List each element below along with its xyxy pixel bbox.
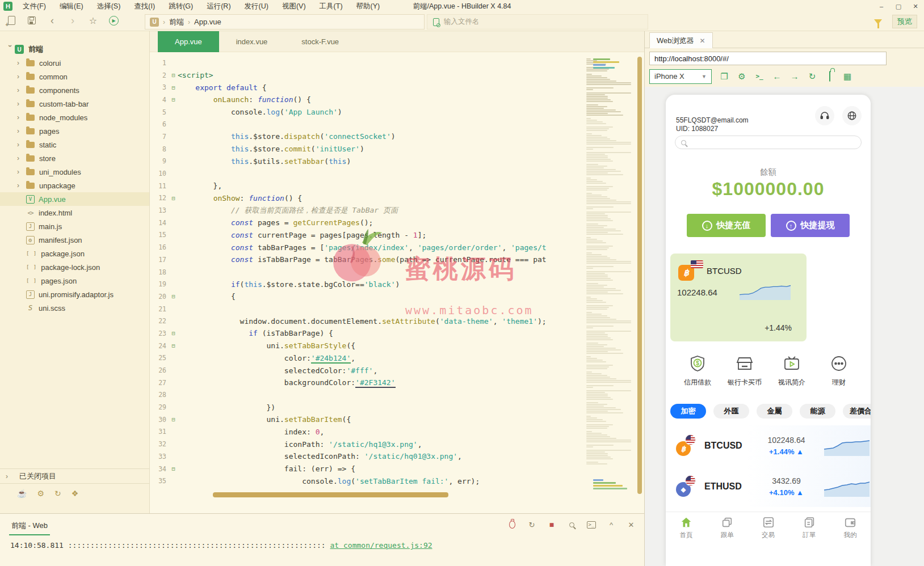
folder-item[interactable]: › unpackage (0, 179, 149, 192)
settings-gear-icon[interactable]: ⚙ (737, 71, 747, 82)
sidebar-tool-icon[interactable]: ⚙ (37, 489, 44, 498)
run-icon[interactable]: ▶ (108, 15, 119, 26)
code-line[interactable]: 23⊟ if (isTabBarPage) { (152, 327, 585, 340)
file-item[interactable]: J uni.promisify.adaptor.js (0, 288, 149, 301)
chevron-right-icon[interactable]: › (17, 73, 26, 81)
log-source-link[interactable]: at common/request.js:92 (330, 541, 432, 550)
code-line[interactable]: 13 // 获取当前页面路径，检查是否是 TabBar 页面 (152, 204, 585, 217)
category-pill[interactable]: 加密 (670, 404, 706, 419)
menu-item[interactable]: 视图(V) (276, 1, 312, 12)
editor-tab[interactable]: stock-F.vue (284, 31, 356, 52)
folder-item[interactable]: › node_modules (0, 111, 149, 124)
menu-item[interactable]: 跳转(G) (163, 1, 199, 12)
menu-item[interactable]: 编辑(E) (54, 1, 89, 12)
code-line[interactable]: 21 (152, 303, 585, 315)
tab-trade[interactable]: 交易 (747, 512, 788, 543)
folder-item[interactable]: › custom-tab-bar (0, 97, 149, 111)
file-item[interactable]: [ ] package-lock.json (0, 260, 149, 274)
code-line[interactable]: 30⊟ uni.setTabBarItem({ (152, 413, 585, 426)
category-pill[interactable]: 能源 (800, 404, 835, 419)
code-line[interactable]: 34⊟ fail: (err) => { (152, 463, 585, 475)
file-item[interactable]: <> index.html (0, 206, 149, 219)
new-file-icon[interactable] (6, 15, 17, 26)
menu-item[interactable]: 发行(U) (239, 1, 274, 12)
language-globe-icon[interactable] (842, 106, 862, 125)
console-search-icon[interactable] (566, 519, 577, 530)
window-control-button[interactable]: ✕ (907, 0, 924, 12)
refresh-icon[interactable]: ↻ (807, 71, 817, 82)
customer-service-headset-icon[interactable] (815, 106, 834, 125)
code-line[interactable]: 35 console.log('setTabBarItem fail:', er… (152, 475, 585, 487)
file-item[interactable]: S uni.scss (0, 301, 149, 315)
chevron-right-icon[interactable]: › (17, 141, 26, 149)
category-pill[interactable]: 差價合 (843, 404, 871, 419)
code-area[interactable]: 12⊟<script>3⊟ export default {4⊟ onLaunc… (152, 57, 585, 496)
sidebar-tool-icon[interactable]: ☕ (17, 489, 27, 498)
project-root-item[interactable]: › U 前端 (0, 43, 149, 56)
code-line[interactable]: 33 selectedIconPath: '/static/hq01@3x.pn… (152, 450, 585, 463)
qr-grid-icon[interactable]: ▦ (842, 71, 852, 82)
file-item[interactable]: [ ] package.json (0, 247, 149, 260)
code-line[interactable]: 2⊟<script> (152, 69, 585, 82)
code-line[interactable]: 7 this.$store.dispatch('connectSocket') (152, 130, 585, 143)
chevron-right-icon[interactable]: › (17, 86, 26, 94)
nav-back-icon[interactable]: ‹ (47, 15, 58, 26)
terminal-icon[interactable]: >_ (586, 519, 597, 530)
menu-item[interactable]: 文件(F) (17, 1, 52, 12)
service-wealth[interactable]: 理财 (817, 354, 860, 387)
app-search-input[interactable] (675, 136, 862, 149)
deposit-button[interactable]: ↓ 快捷充值 (687, 214, 766, 237)
chevron-right-icon[interactable]: › (17, 59, 26, 67)
code-line[interactable]: 12⊟ onShow: function() { (152, 192, 585, 205)
menu-item[interactable]: 帮助(Y) (351, 1, 386, 12)
editor-vertical-scrollbar[interactable] (637, 57, 642, 494)
code-line[interactable]: 32 iconPath: '/static/hq1@3x.png', (152, 438, 585, 450)
folder-item[interactable]: › store (0, 151, 149, 165)
withdraw-button[interactable]: ↑ 快捷提现 (771, 214, 850, 237)
code-line[interactable]: 27 backgroundColor:'#2F3142' (152, 377, 585, 389)
close-panel-icon[interactable]: ✕ (626, 519, 636, 530)
folder-item[interactable]: › components (0, 83, 149, 97)
code-line[interactable]: 17 const isTabBarPage = tabBarPages.some… (152, 254, 585, 266)
window-control-button[interactable]: – (873, 0, 890, 12)
tab-orders[interactable]: 訂單 (789, 512, 830, 543)
collapse-panel-icon[interactable]: ^ (606, 519, 616, 530)
menu-item[interactable]: 运行(R) (201, 1, 236, 12)
breadcrumb-file[interactable]: App.vue (194, 18, 221, 26)
code-line[interactable]: 10 (152, 167, 585, 180)
code-line[interactable]: 18 (152, 266, 585, 278)
minimap[interactable] (586, 57, 634, 496)
code-line[interactable]: 31 index: 0, (152, 426, 585, 438)
tab-copy-trade[interactable]: 跟单 (707, 512, 747, 543)
save-icon[interactable] (26, 15, 37, 26)
editor-horizontal-scrollbar[interactable] (213, 492, 448, 497)
device-select[interactable]: iPhone X ▼ (649, 69, 712, 84)
folder-item[interactable]: › pages (0, 124, 149, 138)
featured-market-card[interactable]: ฿ BTCUSD 102248.64 +1.44% (670, 254, 807, 341)
code-line[interactable]: 11 }, (152, 180, 585, 192)
menu-item[interactable]: 选择(S) (91, 1, 127, 12)
code-line[interactable]: 14 const pages = getCurrentPages(); (152, 217, 585, 229)
code-line[interactable]: 5 console.log('App Launch') (152, 106, 585, 119)
preview-button[interactable]: 预览 (892, 15, 917, 28)
closed-projects-section[interactable]: › 已关闭项目 (0, 468, 149, 483)
editor-tab[interactable]: index.vue (219, 31, 285, 52)
code-line[interactable]: 6 (152, 118, 585, 130)
editor-tab[interactable]: App.vue (158, 31, 219, 52)
open-external-icon[interactable]: ❐ (719, 71, 729, 82)
code-line[interactable]: 25 color:'#24b124', (152, 352, 585, 365)
browser-tab[interactable]: Web浏览器 ✕ (649, 32, 713, 48)
code-line[interactable]: 1 (152, 57, 585, 69)
category-pill[interactable]: 外匯 (713, 404, 749, 419)
url-input[interactable]: http://localhost:8000/#/ (649, 52, 887, 65)
filter-funnel-icon[interactable] (874, 19, 882, 24)
menu-item[interactable]: 查找(I) (128, 1, 161, 12)
bookmark-star-icon[interactable]: ☆ (87, 15, 99, 26)
forward-arrow-icon[interactable]: → (789, 71, 800, 81)
code-line[interactable]: 20⊟ { (152, 290, 585, 303)
chevron-right-icon[interactable]: › (17, 127, 26, 135)
chevron-right-icon[interactable]: › (17, 113, 26, 121)
code-line[interactable]: 15 const currentPage = pages[pages.lengt… (152, 229, 585, 242)
file-item[interactable]: V App.vue (0, 192, 149, 206)
folder-item[interactable]: › colorui (0, 56, 149, 70)
